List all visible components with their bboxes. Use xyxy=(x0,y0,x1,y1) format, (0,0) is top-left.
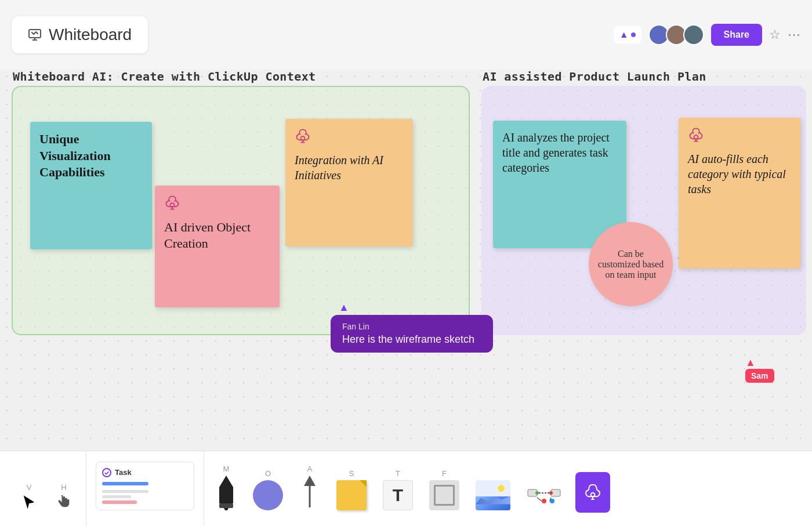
tool-hand[interactable]: H xyxy=(46,463,81,515)
tool-image[interactable] xyxy=(469,463,517,515)
tool-marker[interactable]: M xyxy=(209,463,244,515)
header: Whiteboard ▲ Share ☆ ⋯ xyxy=(0,0,812,70)
task-lines xyxy=(102,490,188,504)
tool-frame[interactable]: F xyxy=(422,463,466,515)
svg-point-5 xyxy=(299,133,300,135)
header-right: ▲ Share ☆ ⋯ xyxy=(614,24,800,46)
tool-shape[interactable]: O xyxy=(246,463,290,515)
shape-icon xyxy=(253,480,283,510)
sticky-tool-icon xyxy=(336,480,367,510)
svg-point-18 xyxy=(549,491,553,495)
header-left: Whiteboard xyxy=(12,16,148,53)
tool-task[interactable]: Task xyxy=(91,463,199,515)
tool-arrow[interactable]: A xyxy=(292,463,327,515)
tool-select[interactable]: V xyxy=(12,463,46,515)
right-group: AI analyzes the project title and genera… xyxy=(481,86,806,335)
sticky-teal-left-text: Unique Visualization Capabilities xyxy=(39,132,111,179)
task-bar-pink xyxy=(102,500,137,504)
cursor-group: ▲ xyxy=(614,26,641,43)
select-icon xyxy=(21,494,37,510)
tooltip-message: Here is the wireframe sketch xyxy=(342,333,481,346)
sticky-pink[interactable]: AI driven Object Creation xyxy=(155,186,280,307)
svg-point-3 xyxy=(175,200,176,201)
page-title: Whiteboard xyxy=(49,26,132,44)
more-button[interactable]: ⋯ xyxy=(788,27,800,42)
image-tool-icon xyxy=(476,480,510,510)
ai-brain-icon-pink xyxy=(164,195,270,216)
sam-cursor-arrow: ▲ xyxy=(745,357,774,369)
frame-tool-icon xyxy=(429,480,459,510)
tooltip-box: Fan Lin Here is the wireframe sketch xyxy=(331,315,493,353)
left-group: Unique Visualization Capabilities AI dri… xyxy=(12,86,470,335)
share-button[interactable]: Share xyxy=(711,24,762,46)
tool-group-task: Task xyxy=(91,451,204,526)
tool-text[interactable]: T T xyxy=(376,463,420,515)
svg-point-24 xyxy=(591,492,595,496)
task-check-icon xyxy=(102,468,111,477)
sam-label: Sam xyxy=(745,369,774,383)
task-preview-title: Task xyxy=(102,468,188,477)
sticky-orange-right[interactable]: AI auto-fills each category with typical… xyxy=(679,118,800,269)
svg-point-8 xyxy=(693,132,694,133)
svg-point-9 xyxy=(698,132,699,133)
pink-circle-text: Can be customized based on team input xyxy=(596,249,666,280)
left-section-label: Whiteboard AI: Create with ClickUp Conte… xyxy=(13,70,316,84)
tool-frame-key: F xyxy=(442,469,447,478)
sticky-orange-text: Integration with AI Initiatives xyxy=(295,154,383,182)
tool-text-key: T xyxy=(396,469,400,478)
cursor-icon: ▲ xyxy=(619,30,629,40)
svg-marker-12 xyxy=(224,508,229,510)
toolbar: V H Task xyxy=(0,451,812,526)
svg-point-2 xyxy=(169,200,170,201)
star-button[interactable]: ☆ xyxy=(769,27,781,42)
tool-sticky-key: S xyxy=(349,469,354,478)
sticky-orange-right-text: AI auto-fills each category with typical… xyxy=(688,153,786,195)
tool-shape-key: O xyxy=(265,469,271,478)
marker-icon xyxy=(217,476,235,510)
ai-tool-icon xyxy=(575,472,610,513)
task-line-2 xyxy=(102,495,131,498)
tool-ai[interactable] xyxy=(571,463,615,515)
title-box: Whiteboard xyxy=(12,16,148,53)
tool-sticky[interactable]: S xyxy=(329,463,374,515)
task-label: Task xyxy=(115,468,132,477)
svg-line-22 xyxy=(537,498,542,501)
svg-point-20 xyxy=(542,499,546,503)
task-bar-blue xyxy=(102,482,148,485)
connector-tool-icon xyxy=(527,480,561,510)
tool-arrow-key: A xyxy=(307,465,313,473)
task-line-1 xyxy=(102,490,148,493)
avatar-user-3 xyxy=(683,24,704,45)
cursor-tooltip: ▲ Fan Lin Here is the wireframe sketch xyxy=(331,302,493,353)
fanlin-cursor-arrow: ▲ xyxy=(339,302,493,314)
tool-group-select-hand: V H xyxy=(12,451,86,526)
sticky-pink-text: AI driven Object Creation xyxy=(164,220,251,251)
tooltip-name: Fan Lin xyxy=(342,322,481,331)
sticky-orange[interactable]: Integration with AI Initiatives xyxy=(285,119,413,246)
sticky-teal-left[interactable]: Unique Visualization Capabilities xyxy=(30,122,152,249)
svg-point-6 xyxy=(305,133,306,135)
pink-circle: Can be customized based on team input xyxy=(589,222,673,306)
svg-marker-14 xyxy=(304,476,316,486)
svg-marker-10 xyxy=(219,476,233,503)
avatar-group xyxy=(648,24,704,45)
svg-rect-11 xyxy=(219,503,233,508)
hand-icon xyxy=(56,494,72,510)
right-section-label: AI assisted Product Launch Plan xyxy=(483,70,706,84)
sticky-teal-right-text: AI analyzes the project title and genera… xyxy=(502,131,610,174)
svg-point-17 xyxy=(535,491,539,495)
tool-hand-key: H xyxy=(61,483,66,492)
ai-brain-icon-orange xyxy=(295,128,404,148)
tool-select-key: V xyxy=(27,483,32,492)
cursor-dot xyxy=(631,32,636,37)
ai-brain-icon-orange-right xyxy=(688,127,791,147)
whiteboard-icon xyxy=(28,28,42,42)
tool-connector[interactable] xyxy=(520,463,568,515)
tool-marker-key: M xyxy=(223,465,230,473)
text-tool-icon: T xyxy=(383,480,413,510)
task-preview-card: Task xyxy=(96,462,194,510)
arrow-tool-icon xyxy=(299,476,320,510)
sam-cursor: ▲ Sam xyxy=(745,357,774,383)
